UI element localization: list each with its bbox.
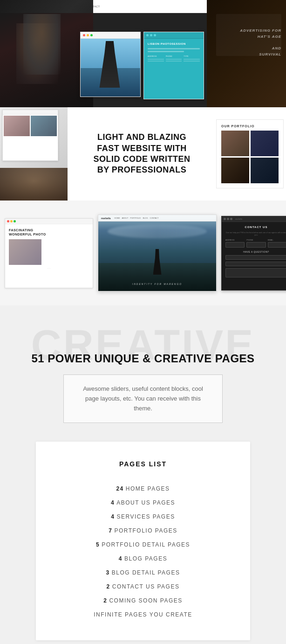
contact-browser-content: CONTACT US Can we help you? Fill in the … <box>222 222 286 281</box>
contact-nav-logo: marbella <box>235 218 242 220</box>
pages-browser-bar <box>5 219 93 224</box>
teal-line2 <box>148 51 184 52</box>
pages-nav-link5: CONTACT <box>150 217 159 219</box>
field-address: ADDRESS <box>225 239 245 248</box>
teal-col2: PHONE <box>166 55 182 62</box>
dot-green <box>90 34 93 36</box>
teal-cols: ADDRESS PHONE TYPE <box>148 55 200 62</box>
browser-bar <box>81 32 140 39</box>
dot-yellow <box>87 34 89 36</box>
features-row: LIGHT AND BLAZINGFAST WEBSITE WITHSOLID … <box>0 107 286 201</box>
infinite-pages-item: INFINITE PAGES YOU CREATE <box>50 608 236 622</box>
pages-nav-link4: BLOG <box>143 217 148 219</box>
pages-left-title: FASCINATINGWONDERFUL PHOTO <box>9 228 89 237</box>
pages-list-title: PAGES LIST <box>50 460 236 468</box>
feat-browser-images <box>3 115 58 137</box>
pages-center-browser: marbella HOME ABOUT PORTFOLIO BLOG CONTA… <box>98 215 217 291</box>
pages-list-items: 24HOME PAGES4ABOUT US PAGES4SERVICES PAG… <box>50 482 236 608</box>
teal-line1 <box>148 48 200 49</box>
features-center: LIGHT AND BLAZINGFAST WEBSITE WITHSOLID … <box>68 123 216 185</box>
item-count: 4 <box>111 513 115 520</box>
field-phone: PHONE <box>246 239 266 248</box>
portfolio-cell-1 <box>221 131 249 156</box>
field-phone-label: PHONE <box>246 239 266 241</box>
portfolio-grid <box>221 131 279 183</box>
pages-center: marbella HOME ABOUT PORTFOLIO BLOG CONTA… <box>98 210 217 296</box>
list-item: 2CONTACT US PAGES <box>50 580 236 594</box>
pages-right: marbella CONTACT US Can we help you? Fil… <box>217 211 286 295</box>
item-label: COMING SOON PAGES <box>109 597 182 604</box>
feat-browser-container <box>0 107 68 168</box>
collage-fashion-browser <box>80 32 141 97</box>
contact-browser: marbella CONTACT US Can we help you? Fil… <box>221 216 286 291</box>
features-left-images <box>0 107 68 201</box>
teal-dot2 <box>150 34 152 36</box>
item-count: 5 <box>96 541 100 548</box>
col3-line1 <box>184 59 200 60</box>
field-email-label: EMAIL <box>268 239 286 241</box>
marengo-text: INDENTITY FOR MARENGO <box>132 283 182 285</box>
thumb1 <box>4 116 30 136</box>
teal-col3: TYPE <box>184 55 200 62</box>
list-item: 7PORTFOLIO PAGES <box>50 524 236 538</box>
item-count: 2 <box>103 597 107 604</box>
item-count: 4 <box>119 555 123 562</box>
dot-g <box>14 220 16 222</box>
item-label: BLOG PAGES <box>124 555 167 562</box>
item-label: BLOG DETAIL PAGES <box>112 569 180 576</box>
item-label: ABOUT US PAGES <box>116 499 175 506</box>
survival-text: ADVERTISING FORHAT'S AGEANDSURVIVAL <box>240 28 281 58</box>
contact-input-email <box>225 262 286 266</box>
collage-teal-browser: LISBON PHOTOSESSION ADDRESS PHONE TYPE <box>143 32 204 99</box>
portfolio-title: OUR PORTFOLIO <box>221 125 279 128</box>
item-count: 24 <box>116 485 123 492</box>
contact-fields: ADDRESS PHONE EMAIL <box>225 239 286 248</box>
teal-title: LISBON PHOTOSESSION <box>148 42 200 45</box>
item-label: PORTFOLIO PAGES <box>114 527 177 534</box>
dot-y <box>10 220 13 222</box>
sky-clouds <box>108 224 207 238</box>
contact-browser-bar: marbella <box>222 216 286 222</box>
teal-content: LISBON PHOTOSESSION ADDRESS PHONE TYPE <box>144 39 204 66</box>
portfolio-cell-2 <box>251 131 279 156</box>
pages-left: FASCINATINGWONDERFUL PHOTO · · · <box>0 214 98 293</box>
teal-dot3 <box>154 34 156 36</box>
field-email: EMAIL <box>268 239 286 248</box>
item-label: HOME PAGES <box>126 485 170 492</box>
collage-car-image <box>0 0 93 107</box>
list-item: 5PORTFOLIO DETAIL PAGES <box>50 538 236 552</box>
teal-dot <box>146 34 149 36</box>
col2-line1 <box>166 59 182 60</box>
contact-dot2 <box>227 218 229 220</box>
dot-r <box>7 220 9 222</box>
col1-line1 <box>148 59 164 60</box>
teal-browser-bar <box>144 32 204 39</box>
features-headline: LIGHT AND BLAZINGFAST WEBSITE WITHSOLID … <box>79 132 204 176</box>
col2-label: PHONE <box>166 55 182 57</box>
contact-subtitle: Can we help you? Fill in the form below … <box>225 231 286 236</box>
col3-line2 <box>184 61 200 62</box>
power-description: Awesome sliders, useful content blocks, … <box>78 384 208 413</box>
col1-label: ADDRESS <box>148 55 164 57</box>
pages-center-nav: marbella HOME ABOUT PORTFOLIO BLOG CONTA… <box>98 215 216 222</box>
pages-list-section: PAGES LIST 24HOME PAGES4ABOUT US PAGES4S… <box>0 423 286 644</box>
power-box: Awesome sliders, useful content blocks, … <box>63 374 223 423</box>
power-headline: 51 POWER UNIQUE & CREATIVE PAGES <box>9 352 277 365</box>
contact-input-name <box>225 255 286 260</box>
pages-nav-link3: PORTFOLIO <box>130 217 141 219</box>
pages-left-dots: · · · <box>9 267 89 270</box>
pages-center-photo: INDENTITY FOR MARENGO <box>98 215 216 291</box>
top-collage: marbella HOME ABOUT PORTFOLIO BLOG CONTA… <box>0 0 286 107</box>
have-a-question: HAVE A QUESTION? <box>225 250 286 253</box>
list-item: 24HOME PAGES <box>50 482 236 496</box>
item-label: PORTFOLIO DETAIL PAGES <box>102 541 190 548</box>
field-address-box <box>225 242 245 248</box>
pages-list-card: PAGES LIST 24HOME PAGES4ABOUT US PAGES4S… <box>36 442 250 640</box>
feat-browser-bar <box>3 110 58 115</box>
teal-col1: ADDRESS <box>148 55 164 62</box>
list-item: 3BLOG DETAIL PAGES <box>50 566 236 580</box>
list-item: 4ABOUT US PAGES <box>50 496 236 510</box>
portfolio-cell-3 <box>221 158 249 183</box>
feat-image-bottom <box>0 168 68 201</box>
item-count: 7 <box>109 527 112 534</box>
